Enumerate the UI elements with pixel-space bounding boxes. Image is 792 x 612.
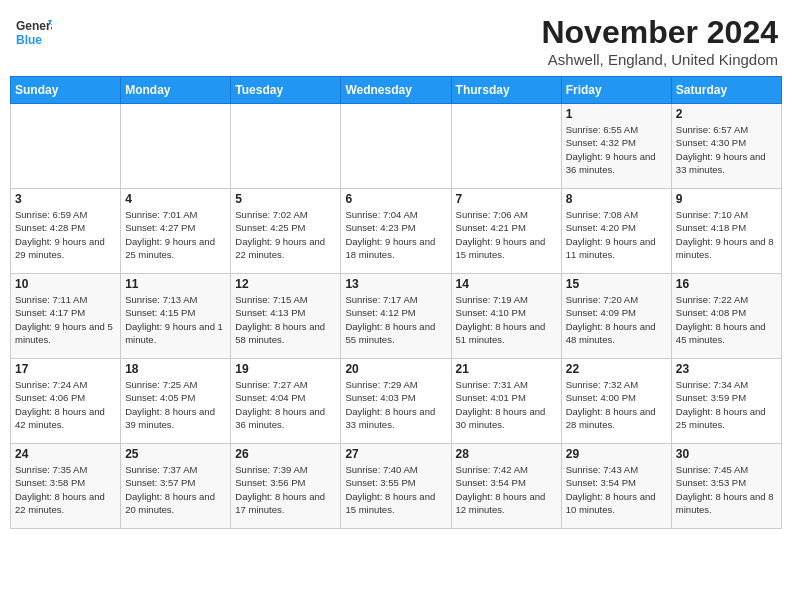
day-number: 6 xyxy=(345,192,446,206)
table-cell: 1Sunrise: 6:55 AMSunset: 4:32 PMDaylight… xyxy=(561,104,671,189)
day-info: Sunrise: 7:31 AMSunset: 4:01 PMDaylight:… xyxy=(456,378,557,431)
col-friday: Friday xyxy=(561,77,671,104)
day-number: 7 xyxy=(456,192,557,206)
svg-text:General: General xyxy=(16,19,52,33)
day-info: Sunrise: 7:29 AMSunset: 4:03 PMDaylight:… xyxy=(345,378,446,431)
table-cell: 18Sunrise: 7:25 AMSunset: 4:05 PMDayligh… xyxy=(121,359,231,444)
day-number: 14 xyxy=(456,277,557,291)
table-cell: 24Sunrise: 7:35 AMSunset: 3:58 PMDayligh… xyxy=(11,444,121,529)
table-cell: 2Sunrise: 6:57 AMSunset: 4:30 PMDaylight… xyxy=(671,104,781,189)
table-cell: 27Sunrise: 7:40 AMSunset: 3:55 PMDayligh… xyxy=(341,444,451,529)
day-info: Sunrise: 7:40 AMSunset: 3:55 PMDaylight:… xyxy=(345,463,446,516)
table-cell: 22Sunrise: 7:32 AMSunset: 4:00 PMDayligh… xyxy=(561,359,671,444)
sub-title: Ashwell, England, United Kingdom xyxy=(541,51,778,68)
day-number: 13 xyxy=(345,277,446,291)
day-number: 28 xyxy=(456,447,557,461)
day-info: Sunrise: 7:10 AMSunset: 4:18 PMDaylight:… xyxy=(676,208,777,261)
day-number: 24 xyxy=(15,447,116,461)
table-cell: 4Sunrise: 7:01 AMSunset: 4:27 PMDaylight… xyxy=(121,189,231,274)
col-tuesday: Tuesday xyxy=(231,77,341,104)
col-thursday: Thursday xyxy=(451,77,561,104)
day-number: 16 xyxy=(676,277,777,291)
day-info: Sunrise: 7:11 AMSunset: 4:17 PMDaylight:… xyxy=(15,293,116,346)
table-cell: 15Sunrise: 7:20 AMSunset: 4:09 PMDayligh… xyxy=(561,274,671,359)
day-number: 1 xyxy=(566,107,667,121)
day-info: Sunrise: 7:08 AMSunset: 4:20 PMDaylight:… xyxy=(566,208,667,261)
day-info: Sunrise: 7:02 AMSunset: 4:25 PMDaylight:… xyxy=(235,208,336,261)
table-cell: 20Sunrise: 7:29 AMSunset: 4:03 PMDayligh… xyxy=(341,359,451,444)
table-cell: 9Sunrise: 7:10 AMSunset: 4:18 PMDaylight… xyxy=(671,189,781,274)
day-number: 25 xyxy=(125,447,226,461)
table-cell xyxy=(121,104,231,189)
table-cell: 5Sunrise: 7:02 AMSunset: 4:25 PMDaylight… xyxy=(231,189,341,274)
day-number: 2 xyxy=(676,107,777,121)
day-info: Sunrise: 6:59 AMSunset: 4:28 PMDaylight:… xyxy=(15,208,116,261)
table-cell: 28Sunrise: 7:42 AMSunset: 3:54 PMDayligh… xyxy=(451,444,561,529)
day-info: Sunrise: 7:34 AMSunset: 3:59 PMDaylight:… xyxy=(676,378,777,431)
calendar-table: Sunday Monday Tuesday Wednesday Thursday… xyxy=(10,76,782,529)
table-cell: 17Sunrise: 7:24 AMSunset: 4:06 PMDayligh… xyxy=(11,359,121,444)
day-number: 27 xyxy=(345,447,446,461)
table-cell: 16Sunrise: 7:22 AMSunset: 4:08 PMDayligh… xyxy=(671,274,781,359)
day-number: 17 xyxy=(15,362,116,376)
day-info: Sunrise: 7:39 AMSunset: 3:56 PMDaylight:… xyxy=(235,463,336,516)
day-info: Sunrise: 7:19 AMSunset: 4:10 PMDaylight:… xyxy=(456,293,557,346)
day-number: 4 xyxy=(125,192,226,206)
table-cell xyxy=(341,104,451,189)
col-saturday: Saturday xyxy=(671,77,781,104)
table-cell: 14Sunrise: 7:19 AMSunset: 4:10 PMDayligh… xyxy=(451,274,561,359)
table-cell: 8Sunrise: 7:08 AMSunset: 4:20 PMDaylight… xyxy=(561,189,671,274)
table-cell: 30Sunrise: 7:45 AMSunset: 3:53 PMDayligh… xyxy=(671,444,781,529)
day-info: Sunrise: 7:13 AMSunset: 4:15 PMDaylight:… xyxy=(125,293,226,346)
table-cell: 21Sunrise: 7:31 AMSunset: 4:01 PMDayligh… xyxy=(451,359,561,444)
day-number: 8 xyxy=(566,192,667,206)
day-number: 19 xyxy=(235,362,336,376)
day-info: Sunrise: 7:01 AMSunset: 4:27 PMDaylight:… xyxy=(125,208,226,261)
day-info: Sunrise: 7:35 AMSunset: 3:58 PMDaylight:… xyxy=(15,463,116,516)
table-cell xyxy=(451,104,561,189)
day-number: 3 xyxy=(15,192,116,206)
day-number: 29 xyxy=(566,447,667,461)
table-cell: 7Sunrise: 7:06 AMSunset: 4:21 PMDaylight… xyxy=(451,189,561,274)
day-number: 22 xyxy=(566,362,667,376)
calendar-body: 1Sunrise: 6:55 AMSunset: 4:32 PMDaylight… xyxy=(11,104,782,529)
day-info: Sunrise: 7:15 AMSunset: 4:13 PMDaylight:… xyxy=(235,293,336,346)
table-cell: 11Sunrise: 7:13 AMSunset: 4:15 PMDayligh… xyxy=(121,274,231,359)
day-info: Sunrise: 7:42 AMSunset: 3:54 PMDaylight:… xyxy=(456,463,557,516)
day-number: 9 xyxy=(676,192,777,206)
table-cell: 19Sunrise: 7:27 AMSunset: 4:04 PMDayligh… xyxy=(231,359,341,444)
table-cell xyxy=(231,104,341,189)
table-cell: 13Sunrise: 7:17 AMSunset: 4:12 PMDayligh… xyxy=(341,274,451,359)
day-info: Sunrise: 6:55 AMSunset: 4:32 PMDaylight:… xyxy=(566,123,667,176)
day-info: Sunrise: 7:20 AMSunset: 4:09 PMDaylight:… xyxy=(566,293,667,346)
day-info: Sunrise: 7:43 AMSunset: 3:54 PMDaylight:… xyxy=(566,463,667,516)
day-info: Sunrise: 7:04 AMSunset: 4:23 PMDaylight:… xyxy=(345,208,446,261)
table-cell xyxy=(11,104,121,189)
table-cell: 23Sunrise: 7:34 AMSunset: 3:59 PMDayligh… xyxy=(671,359,781,444)
day-number: 30 xyxy=(676,447,777,461)
day-info: Sunrise: 7:06 AMSunset: 4:21 PMDaylight:… xyxy=(456,208,557,261)
table-cell: 6Sunrise: 7:04 AMSunset: 4:23 PMDaylight… xyxy=(341,189,451,274)
day-info: Sunrise: 6:57 AMSunset: 4:30 PMDaylight:… xyxy=(676,123,777,176)
day-number: 26 xyxy=(235,447,336,461)
day-info: Sunrise: 7:27 AMSunset: 4:04 PMDaylight:… xyxy=(235,378,336,431)
col-sunday: Sunday xyxy=(11,77,121,104)
table-cell: 10Sunrise: 7:11 AMSunset: 4:17 PMDayligh… xyxy=(11,274,121,359)
day-info: Sunrise: 7:24 AMSunset: 4:06 PMDaylight:… xyxy=(15,378,116,431)
col-wednesday: Wednesday xyxy=(341,77,451,104)
day-info: Sunrise: 7:17 AMSunset: 4:12 PMDaylight:… xyxy=(345,293,446,346)
day-number: 20 xyxy=(345,362,446,376)
title-block: November 2024 Ashwell, England, United K… xyxy=(541,14,778,68)
day-number: 5 xyxy=(235,192,336,206)
day-info: Sunrise: 7:32 AMSunset: 4:00 PMDaylight:… xyxy=(566,378,667,431)
day-info: Sunrise: 7:25 AMSunset: 4:05 PMDaylight:… xyxy=(125,378,226,431)
day-info: Sunrise: 7:22 AMSunset: 4:08 PMDaylight:… xyxy=(676,293,777,346)
table-cell: 25Sunrise: 7:37 AMSunset: 3:57 PMDayligh… xyxy=(121,444,231,529)
col-monday: Monday xyxy=(121,77,231,104)
calendar-header: Sunday Monday Tuesday Wednesday Thursday… xyxy=(11,77,782,104)
day-number: 12 xyxy=(235,277,336,291)
day-info: Sunrise: 7:37 AMSunset: 3:57 PMDaylight:… xyxy=(125,463,226,516)
table-cell: 12Sunrise: 7:15 AMSunset: 4:13 PMDayligh… xyxy=(231,274,341,359)
logo: General Blue xyxy=(14,14,52,52)
day-number: 11 xyxy=(125,277,226,291)
